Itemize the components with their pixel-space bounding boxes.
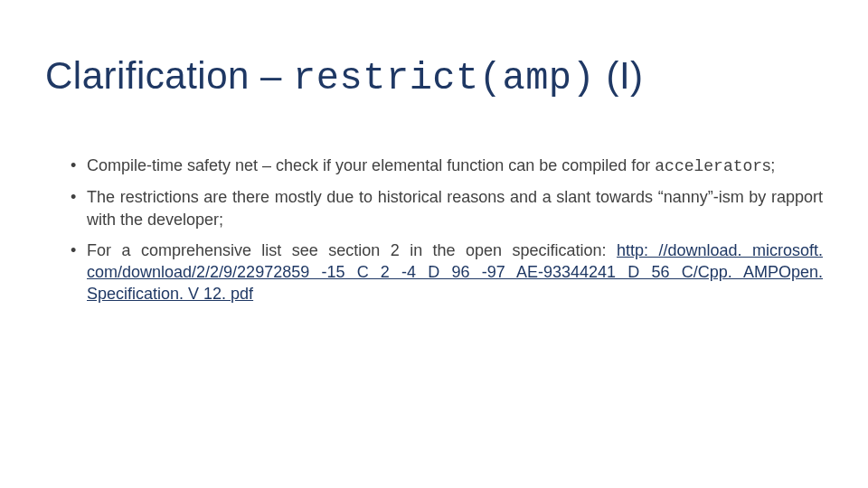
slide-title: Clarification – restrict(amp) (I) [45,54,823,100]
list-item: For a comprehensive list see section 2 i… [71,239,823,305]
list-item: Compile-time safety net – check if your … [71,155,823,177]
title-code: restrict(amp) [293,57,595,100]
slide: Clarification – restrict(amp) (I) Compil… [0,0,868,488]
title-suffix: (I) [595,54,643,97]
title-prefix: Clarification – [45,54,293,97]
bullet-text: For a comprehensive list see section 2 i… [87,241,617,259]
bullet-code: accelerator [655,157,762,175]
bullet-text: The restrictions are there mostly due to… [87,188,823,228]
bullet-text: Compile-time safety net – check if your … [87,156,655,174]
bullet-text: s; [762,156,775,174]
list-item: The restrictions are there mostly due to… [71,186,823,230]
bullet-list: Compile-time safety net – check if your … [45,155,823,305]
